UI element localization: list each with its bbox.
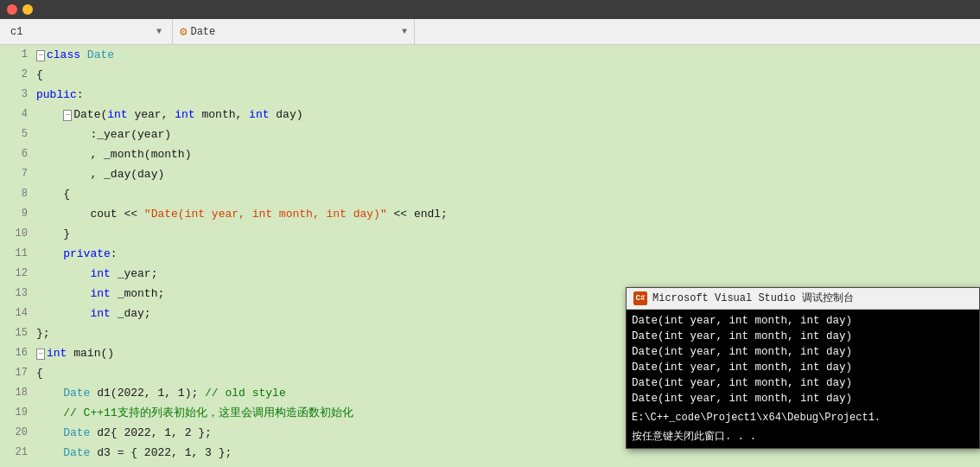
- toolbar: c1 ▼ ⚙ Date ▼: [0, 19, 980, 45]
- close-button[interactable]: [7, 4, 17, 15]
- class-icon: ⚙: [180, 24, 187, 39]
- console-title: Microsoft Visual Studio 调试控制台: [652, 291, 854, 306]
- collapse-marker-16[interactable]: −: [36, 349, 45, 360]
- code-line-1: −class Date: [36, 45, 980, 65]
- code-line-2: {: [36, 65, 980, 85]
- code-line-4: −Date(int year, int month, int day): [36, 105, 980, 125]
- console-line-6: Date(int year, int month, int day): [632, 391, 974, 406]
- console-line-1: Date(int year, int month, int day): [632, 313, 974, 329]
- collapse-marker-1[interactable]: −: [36, 50, 45, 61]
- title-bar: [0, 0, 980, 19]
- console-line-5: Date(int year, int month, int day): [632, 375, 974, 391]
- class-label: Date: [190, 26, 215, 38]
- code-line-5: :_year(year): [36, 125, 980, 144]
- code-line-8: {: [36, 184, 980, 204]
- minimize-button[interactable]: [22, 4, 33, 15]
- console-line-2: Date(int year, int month, int day): [632, 329, 974, 344]
- class-dropdown[interactable]: ⚙ Date ▼: [173, 19, 415, 44]
- console-window: C# Microsoft Visual Studio 调试控制台 Date(in…: [626, 287, 980, 449]
- code-line-9: cout << "Date(int year, int month, int d…: [36, 204, 980, 224]
- console-path-2: 按任意键关闭此窗口. . .: [632, 429, 974, 445]
- file-label: c1: [10, 26, 22, 38]
- code-line-10: }: [36, 224, 980, 244]
- console-app-icon: C#: [633, 291, 647, 305]
- class-dropdown-arrow: ▼: [402, 27, 407, 36]
- collapse-marker-4[interactable]: −: [63, 110, 72, 121]
- code-line-3: public:: [36, 85, 980, 105]
- console-titlebar: C# Microsoft Visual Studio 调试控制台: [627, 288, 979, 310]
- console-line-3: Date(int year, int month, int day): [632, 344, 974, 360]
- console-body: Date(int year, int month, int day) Date(…: [627, 310, 979, 448]
- editor-area: 12345 678910 1112131415 1617181920 21 −c…: [0, 45, 980, 467]
- line-numbers: 12345 678910 1112131415 1617181920 21: [0, 45, 33, 467]
- file-dropdown[interactable]: c1 ▼: [0, 19, 173, 44]
- code-line-11: private:: [36, 244, 980, 264]
- code-line-7: , _day(day): [36, 164, 980, 184]
- code-line-6: , _month(month): [36, 144, 980, 164]
- console-line-4: Date(int year, int month, int day): [632, 360, 974, 375]
- code-line-12: int _year;: [36, 264, 980, 284]
- file-dropdown-arrow: ▼: [156, 27, 162, 36]
- console-path-1: E:\C++_code\Project1\x64\Debug\Project1.: [632, 410, 974, 425]
